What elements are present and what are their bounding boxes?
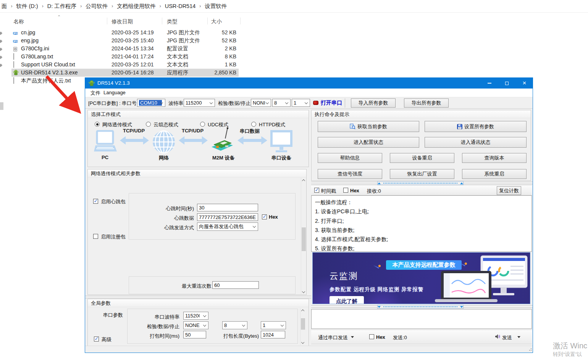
global-databits-select[interactable]: 8: [222, 321, 247, 329]
open-port-button[interactable]: 打开串口: [321, 100, 342, 106]
column-divider[interactable]: [162, 18, 162, 24]
enter-comm-button[interactable]: 进入通讯状态: [425, 137, 527, 148]
signal-strength-button[interactable]: 查信号强度: [318, 169, 382, 179]
device-reboot-button[interactable]: 设备重启: [390, 153, 454, 163]
baud-select[interactable]: 115200: [184, 99, 215, 107]
file-row[interactable]: Support USR Cloud.txt 2020-03-25 12:01 文…: [11, 61, 239, 69]
scrollbar-thumb[interactable]: [302, 227, 306, 251]
radio-net-transparent[interactable]: [95, 122, 100, 127]
file-row[interactable]: ⚙ G780Cfg.ini 2024-04-15 13:34 配置设置 2 KB: [11, 45, 239, 53]
dr514-app-window: DR514 V2.1.3 × 文件 Language [PC串口参数] : 串口…: [85, 77, 533, 353]
query-version-button[interactable]: 查询版本: [462, 153, 527, 163]
column-divider[interactable]: [240, 18, 241, 24]
reset-count-button[interactable]: 复位计数: [497, 186, 521, 195]
tx-hex-checkbox[interactable]: [369, 334, 374, 339]
receive-splitter[interactable]: [311, 182, 533, 184]
column-header-size[interactable]: 大小: [211, 18, 222, 25]
reconnect-input[interactable]: [212, 281, 259, 289]
breadcrumb-item[interactable]: USR-DR514: [163, 3, 197, 9]
breadcrumb-item[interactable]: 面: [0, 3, 9, 10]
global-scrollbar[interactable]: [300, 308, 305, 345]
port-closed-indicator-icon: [313, 101, 318, 105]
global-parity-select[interactable]: NONE: [183, 321, 208, 329]
enable-register-checkbox[interactable]: [93, 234, 98, 239]
send-button[interactable]: 发送: [502, 334, 512, 341]
help-info-button[interactable]: 帮助信息: [318, 153, 382, 163]
hb-data-input[interactable]: [197, 213, 258, 221]
jpg-file-icon: JPG: [13, 29, 19, 35]
factory-reset-button[interactable]: 恢复出厂设置: [390, 169, 454, 179]
nav-scrollbar-fragment[interactable]: [0, 102, 3, 110]
system-reboot-button[interactable]: 系统重启: [462, 169, 527, 179]
splitter-handle[interactable]: [377, 305, 464, 309]
export-params-button[interactable]: 导出所有参数: [404, 98, 449, 108]
minimize-button[interactable]: [481, 78, 498, 89]
send-via-dropdown[interactable]: 通过串口发送: [318, 334, 348, 341]
send-splitter[interactable]: [311, 305, 533, 308]
receive-area[interactable]: 一般操作流程： 1. 设备连PC串口,上电; 2. 打开串口; 3. 获取当前参…: [311, 195, 532, 252]
tx-hex-label: Hex: [376, 334, 385, 340]
enter-config-button[interactable]: 进入配置状态: [318, 137, 419, 148]
file-row[interactable]: JPG cn.jpg 2020-03-25 14:19 JPG 图片文件 52 …: [11, 29, 239, 37]
databits-select[interactable]: 8: [272, 99, 291, 107]
chevron-down-icon: [305, 101, 308, 104]
title-bar[interactable]: DR514 V2.1.3 ×: [85, 78, 533, 89]
radio-udc-mode[interactable]: [200, 122, 205, 127]
txt-file-icon: [13, 61, 19, 68]
column-divider[interactable]: [207, 18, 208, 24]
column-header-type[interactable]: 类型: [167, 18, 178, 25]
hb-time-input[interactable]: [197, 204, 258, 211]
pack-time-label: 打包时间(ms): [141, 333, 179, 340]
cloud-ad-banner[interactable]: 本产品支持远程配置参数 云监测 参数配置 远程升级 网络监测 异常报警 点此了解: [312, 252, 530, 304]
scroll-up-icon[interactable]: [301, 309, 304, 312]
com-port-select[interactable]: COM10: [137, 99, 165, 107]
breadcrumb-item[interactable]: 设置软件: [203, 3, 228, 10]
rx-hex-checkbox[interactable]: [343, 188, 348, 193]
close-button[interactable]: ×: [516, 78, 533, 89]
hb-mode-select[interactable]: 向服务器发送心跳包: [197, 222, 258, 231]
breadcrumb-item[interactable]: 文档组使用软件: [115, 3, 157, 10]
scrollbar-thumb[interactable]: [301, 318, 305, 330]
rx-count: 接收:0: [367, 188, 381, 195]
advanced-checkbox[interactable]: [94, 337, 99, 341]
scroll-down-icon[interactable]: [302, 290, 305, 293]
radio-cloud-config[interactable]: [146, 122, 151, 127]
get-params-button[interactable]: 获取当前参数: [318, 121, 419, 132]
send-input-area[interactable]: [311, 309, 532, 329]
set-params-button[interactable]: 设置所有参数: [425, 121, 527, 132]
parity-select[interactable]: NONI: [251, 99, 271, 107]
pin-icon: [0, 48, 3, 52]
scroll-up-icon[interactable]: [302, 179, 305, 182]
timestamp-checkbox[interactable]: [314, 188, 319, 193]
pack-time-input[interactable]: [183, 331, 206, 338]
column-divider[interactable]: [107, 18, 107, 24]
radio-httpd-mode[interactable]: [251, 122, 256, 127]
breadcrumb-item[interactable]: 公司软件: [84, 3, 109, 10]
stopbits-select[interactable]: 1: [292, 99, 310, 107]
banner-cta-button[interactable]: 点此了解: [330, 296, 364, 304]
maximize-button[interactable]: [498, 78, 515, 89]
splitter-handle[interactable]: [377, 181, 464, 185]
column-header-name[interactable]: 名称: [13, 18, 24, 25]
breadcrumb-item[interactable]: D: 工作程序: [46, 3, 78, 10]
left-splitter[interactable]: [85, 296, 311, 298]
file-row[interactable]: JPG eng.jpg 2020-03-25 15:40 JPG 图片文件 52…: [11, 37, 239, 45]
m2m-device-icon: [210, 127, 234, 156]
file-date: 2020-03-25 14:19: [111, 29, 154, 35]
global-stopbits-select[interactable]: 1: [261, 321, 286, 329]
scroll-down-icon[interactable]: [301, 341, 304, 344]
hb-hex-checkbox[interactable]: [262, 214, 267, 219]
file-row[interactable]: G780Lang.txt 2021-04-01 17:24 文本文档 8 KB: [11, 53, 239, 61]
breadcrumb-item[interactable]: 软件 (D:): [15, 3, 40, 10]
menu-file[interactable]: 文件: [90, 90, 100, 97]
params-scrollbar[interactable]: [301, 178, 306, 295]
pack-length-input[interactable]: [261, 331, 285, 338]
column-header-date[interactable]: 修改日期: [111, 18, 133, 25]
menu-language[interactable]: Language: [103, 90, 126, 95]
work-mode-title: 选择工作模式: [88, 110, 309, 118]
global-baud-select[interactable]: 115200: [183, 312, 208, 320]
resize-grip[interactable]: [528, 348, 531, 351]
file-name: G780Cfg.ini: [21, 45, 49, 52]
enable-heartbeat-checkbox[interactable]: [93, 199, 98, 204]
import-params-button[interactable]: 导入所有参数: [351, 98, 396, 108]
